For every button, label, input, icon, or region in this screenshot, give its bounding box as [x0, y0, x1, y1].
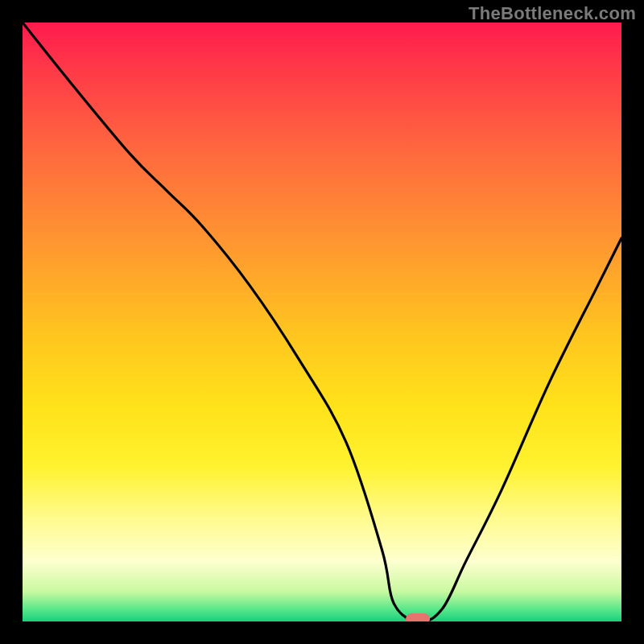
plot-area [23, 23, 621, 621]
watermark-text: TheBottleneck.com [469, 3, 636, 24]
chart-container: TheBottleneck.com [0, 0, 644, 644]
optimal-marker [406, 613, 430, 621]
bottleneck-curve [23, 23, 621, 621]
